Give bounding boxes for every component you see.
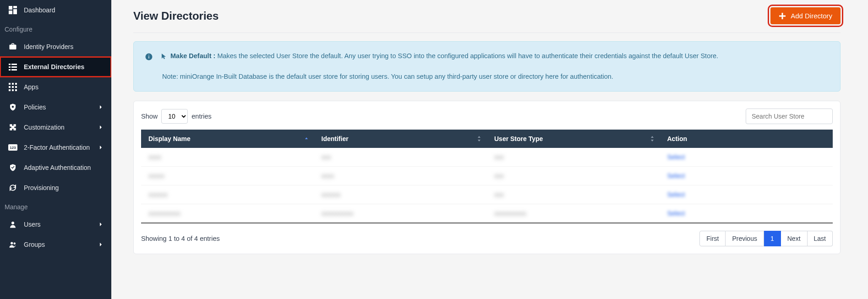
sidebar-item-label: Adaptive Authentication (24, 164, 91, 171)
svg-rect-4 (9, 64, 11, 65)
chevron-right-icon (98, 125, 103, 130)
sort-asc-icon (304, 136, 309, 141)
briefcase-icon (8, 42, 17, 51)
table-row: xxxx xxx xxx Select (141, 148, 833, 167)
svg-text:123: 123 (10, 146, 16, 150)
svg-rect-2 (13, 9, 17, 14)
pagination: First Previous 1 Next Last (699, 231, 833, 246)
col-identifier[interactable]: Identifier (314, 130, 487, 148)
badge-123-icon: 123 (8, 143, 17, 152)
svg-rect-15 (15, 86, 17, 88)
page-next[interactable]: Next (781, 231, 808, 246)
sidebar-item-provisioning[interactable]: Provisioning (0, 178, 111, 198)
sidebar-item-identity-providers[interactable]: Identity Providers (0, 37, 111, 57)
chevron-right-icon (98, 105, 103, 109)
col-display-name[interactable]: Display Name (141, 130, 314, 148)
sidebar-item-policies[interactable]: Policies (0, 97, 111, 117)
directories-panel: Show 10 entries Display Name (133, 101, 841, 254)
chevron-right-icon (98, 242, 103, 247)
search-input[interactable] (746, 109, 833, 124)
sidebar-item-label: Dashboard (24, 6, 55, 14)
make-default-label: Make Default : (170, 52, 215, 60)
svg-point-19 (12, 106, 14, 108)
svg-point-24 (14, 243, 16, 245)
col-action: Action (660, 130, 833, 148)
svg-rect-11 (12, 83, 14, 85)
sidebar-item-label: 2-Factor Authentication (24, 144, 90, 151)
svg-rect-7 (11, 66, 17, 68)
sidebar-item-label: Provisioning (24, 184, 59, 191)
table-row: xxxxxxxxxx xxxxxxxxxx xxxxxxxxxx Select (141, 204, 833, 223)
list-icon (8, 62, 17, 71)
svg-rect-18 (15, 89, 17, 91)
sync-icon (8, 183, 17, 192)
svg-rect-0 (9, 6, 12, 10)
page-prev[interactable]: Previous (726, 231, 764, 246)
svg-rect-10 (9, 83, 11, 85)
sidebar-item-label: External Directories (24, 63, 84, 71)
col-user-store-type[interactable]: User Store Type (487, 130, 660, 148)
sidebar-item-groups[interactable]: Groups (0, 234, 111, 255)
svg-rect-5 (11, 64, 17, 65)
user-icon (8, 220, 17, 229)
users-icon (8, 240, 17, 249)
table-row: xxxxxx xxxxxx xxx Select (141, 185, 833, 204)
sidebar-item-label: Policies (24, 103, 46, 111)
shield-gear-icon (8, 103, 17, 112)
row-action[interactable]: Select (667, 153, 685, 161)
sidebar-item-label: Groups (24, 241, 45, 248)
cursor-icon (161, 53, 167, 60)
svg-rect-17 (12, 89, 14, 91)
make-default-text: Makes the selected User Store the defaul… (217, 52, 718, 60)
page-last[interactable]: Last (808, 231, 833, 246)
svg-rect-8 (9, 69, 11, 71)
entries-label: entries (191, 113, 212, 120)
svg-rect-29 (148, 55, 149, 56)
row-action[interactable]: Select (667, 172, 685, 179)
chevron-right-icon (98, 145, 103, 150)
info-note: Note: miniOrange In-Built Database is th… (162, 71, 829, 82)
sidebar-item-label: Customization (24, 124, 65, 131)
add-directory-button[interactable]: Add Directory (770, 7, 841, 24)
svg-rect-12 (15, 83, 17, 85)
sidebar-item-label: Users (24, 221, 41, 228)
sidebar-item-apps[interactable]: Apps (0, 77, 111, 97)
svg-rect-6 (9, 66, 11, 68)
shield-check-icon (8, 163, 17, 172)
add-directory-label: Add Directory (791, 12, 832, 20)
sidebar-item-2fa[interactable]: 123 2-Factor Authentication (0, 137, 111, 158)
page-1[interactable]: 1 (764, 231, 781, 246)
svg-rect-28 (148, 56, 149, 59)
sidebar-item-adaptive-auth[interactable]: Adaptive Authentication (0, 158, 111, 178)
svg-rect-16 (9, 89, 11, 91)
showing-text: Showing 1 to 4 of 4 entries (141, 235, 220, 242)
grid-icon (8, 82, 17, 92)
puzzle-icon (8, 123, 17, 132)
svg-rect-1 (13, 6, 17, 8)
main-content: View Directories Add Directory Make Defa… (111, 0, 868, 299)
row-action[interactable]: Select (667, 191, 685, 198)
sidebar-section-configure: Configure (0, 20, 111, 37)
sort-icon (477, 136, 481, 142)
sidebar-item-users[interactable]: Users (0, 214, 111, 234)
sidebar-item-dashboard[interactable]: Dashboard (0, 0, 111, 20)
show-label: Show (141, 113, 158, 120)
svg-rect-26 (779, 15, 786, 16)
sidebar-item-label: Apps (24, 83, 38, 91)
table-row: xxxxx xxxx xxx Select (141, 167, 833, 185)
svg-point-23 (11, 242, 13, 244)
page-header: View Directories Add Directory (133, 7, 841, 33)
sidebar-item-customization[interactable]: Customization (0, 117, 111, 137)
sidebar-section-manage: Manage (0, 198, 111, 214)
directories-table: Display Name Identifier User Store Type (141, 130, 833, 223)
page-size-select[interactable]: 10 (161, 109, 188, 124)
sidebar: Dashboard Configure Identity Providers E… (0, 0, 111, 299)
row-action[interactable]: Select (667, 210, 685, 217)
info-icon (145, 53, 153, 61)
page-first[interactable]: First (699, 231, 726, 246)
svg-point-22 (11, 222, 14, 224)
svg-rect-3 (9, 11, 12, 14)
dashboard-icon (8, 5, 17, 15)
sort-icon (650, 136, 655, 142)
sidebar-item-external-directories[interactable]: External Directories (0, 57, 111, 77)
